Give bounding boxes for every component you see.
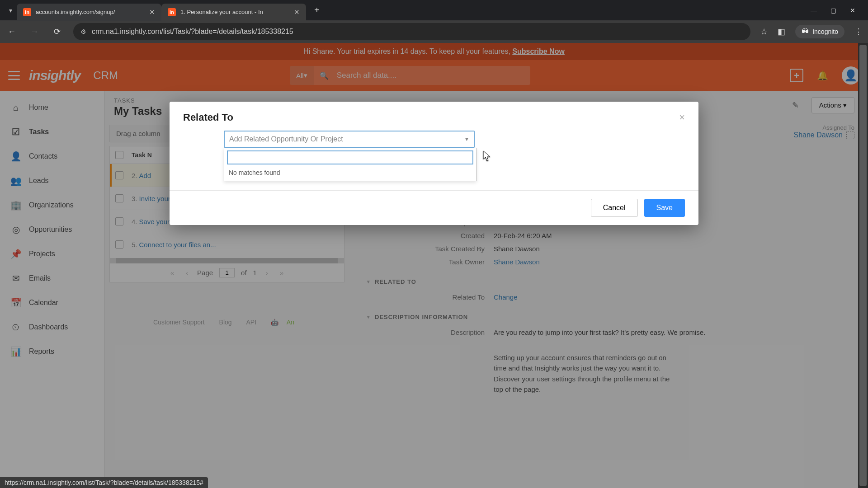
menu-icon[interactable]: ⋮ <box>854 27 863 37</box>
incognito-icon: 🕶 <box>802 28 809 36</box>
window-controls: ― ▢ ✕ <box>811 7 863 14</box>
bookmark-icon[interactable]: ☆ <box>760 27 768 37</box>
incognito-label: Incognito <box>812 28 838 35</box>
tab-search-icon[interactable]: ▾ <box>5 7 17 14</box>
favicon-icon: in <box>23 8 31 16</box>
save-button[interactable]: Save <box>644 199 685 217</box>
panel-icon[interactable]: ◧ <box>778 27 785 37</box>
tab-title: 1. Personalize your account - In <box>180 9 289 15</box>
modal-overlay[interactable]: Related To × Add Related Opportunity Or … <box>0 43 868 488</box>
related-to-modal: Related To × Add Related Opportunity Or … <box>170 102 698 225</box>
combo-no-match: No matches found <box>227 164 473 178</box>
forward-button[interactable]: → <box>28 27 41 37</box>
browser-scrollbar[interactable] <box>858 43 868 488</box>
chevron-down-icon: ▼ <box>464 136 469 142</box>
combo-dropdown: No matches found <box>224 148 476 181</box>
new-tab-button[interactable]: + <box>306 5 328 15</box>
address-bar: ← → ⟳ ⚙ crm.na1.insightly.com/list/Task/… <box>0 20 868 43</box>
tab-title: accounts.insightly.com/signup/ <box>36 9 145 15</box>
favicon-icon: in <box>168 8 176 16</box>
combo-placeholder: Add Related Opportunity Or Project <box>229 135 343 143</box>
address-actions: ☆ ◧ 🕶 Incognito ⋮ <box>760 25 863 38</box>
url-field[interactable]: ⚙ crm.na1.insightly.com/list/Task/?blade… <box>73 23 750 40</box>
maximize-icon[interactable]: ▢ <box>830 7 836 14</box>
browser-chrome: ▾ in accounts.insightly.com/signup/ ✕ in… <box>0 0 868 43</box>
cancel-button[interactable]: Cancel <box>591 199 638 217</box>
url-text: crm.na1.insightly.com/list/Task/?blade=/… <box>92 28 293 36</box>
site-settings-icon[interactable]: ⚙ <box>80 28 86 35</box>
reload-button[interactable]: ⟳ <box>51 27 63 37</box>
status-bar: https://crm.na1.insightly.com/list/Task/… <box>0 477 208 488</box>
minimize-icon[interactable]: ― <box>811 7 817 14</box>
close-window-icon[interactable]: ✕ <box>850 7 855 14</box>
close-icon[interactable]: ✕ <box>294 8 300 16</box>
modal-title: Related To <box>183 112 233 123</box>
modal-close-button[interactable]: × <box>679 112 685 123</box>
close-icon[interactable]: ✕ <box>149 8 155 16</box>
related-combo[interactable]: Add Related Opportunity Or Project ▼ <box>224 131 475 148</box>
combo-search-input[interactable] <box>227 150 473 164</box>
browser-tab-1[interactable]: in accounts.insightly.com/signup/ ✕ <box>17 4 161 21</box>
browser-tab-2[interactable]: in 1. Personalize your account - In ✕ <box>161 4 306 21</box>
back-button[interactable]: ← <box>5 27 18 37</box>
incognito-badge[interactable]: 🕶 Incognito <box>795 25 844 38</box>
tab-strip: ▾ in accounts.insightly.com/signup/ ✕ in… <box>0 0 868 20</box>
